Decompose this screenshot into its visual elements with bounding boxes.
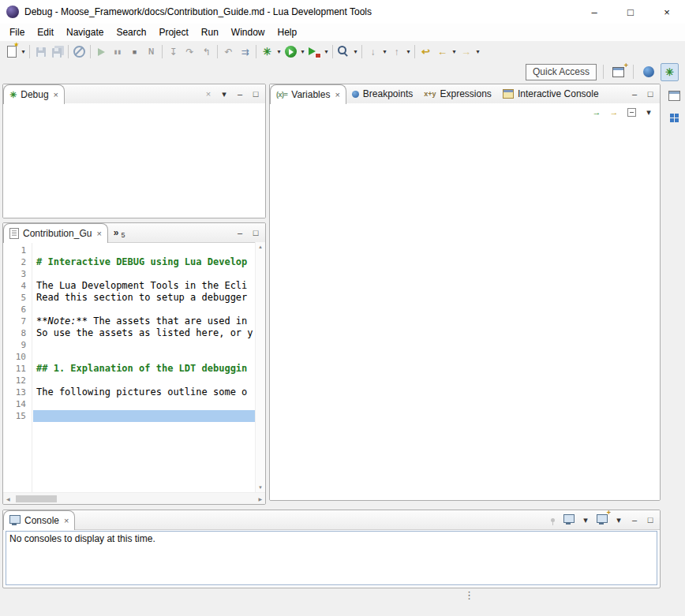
search-dropdown[interactable]: ▾ (352, 43, 359, 60)
scroll-up-icon[interactable]: ▲ (258, 245, 263, 249)
line-numbers: 1 2 3 4 5 6 7 8 9 10 11 12 13 14 15 (3, 242, 32, 492)
previous-annotation-button[interactable]: ↑ (388, 43, 405, 60)
tab-breakpoints[interactable]: Breakpoints (346, 84, 418, 103)
save-button[interactable] (32, 43, 49, 60)
drop-to-frame-button[interactable]: ↶ (220, 43, 237, 60)
display-selected-console-button[interactable] (563, 513, 575, 526)
maximize-button[interactable]: □ (646, 513, 655, 526)
tab-debug[interactable]: ✳ Debug × (3, 84, 65, 104)
minimize-button[interactable]: – (235, 88, 245, 100)
view-menu-button[interactable]: ▾ (219, 88, 229, 100)
run-dropdown[interactable]: ▾ (299, 43, 306, 60)
open-console-button[interactable] (597, 513, 608, 526)
previous-annotation-dropdown[interactable]: ▾ (405, 43, 412, 60)
ldt-perspective-button[interactable] (640, 64, 657, 80)
search-button[interactable] (335, 43, 352, 60)
minimize-button[interactable]: – (235, 226, 245, 239)
external-tools-dropdown[interactable]: ▾ (323, 43, 330, 60)
menu-search[interactable]: Search (110, 24, 152, 41)
debug-button[interactable]: ✳ (259, 43, 275, 60)
tab-expressions[interactable]: x+y Expressions (418, 84, 497, 103)
code-line (33, 339, 255, 351)
editor-horizontal-scrollbar[interactable]: ◀ ▶ (3, 492, 265, 504)
resume-button[interactable] (93, 43, 110, 60)
menu-edit[interactable]: Edit (31, 24, 60, 41)
pin-console-button[interactable] (548, 513, 557, 526)
window-maximize-button[interactable]: □ (612, 0, 649, 24)
forward-dropdown[interactable]: ▾ (474, 43, 481, 60)
code-area[interactable]: # Interactive DEBUG using Lua Develop Th… (33, 242, 255, 492)
forward-button[interactable]: → (458, 43, 474, 60)
remove-terminated-launches-button[interactable]: × (204, 88, 213, 100)
back-dropdown[interactable]: ▾ (451, 43, 458, 60)
editor-area: Contribution_Gu × »5 – □ 1 2 3 4 5 6 7 8… (2, 222, 266, 505)
close-icon[interactable]: × (335, 90, 339, 99)
right-tabbar: (x)= Variables × Breakpoints x+y Express… (270, 84, 660, 104)
maximize-button[interactable]: □ (251, 88, 260, 100)
next-annotation-button[interactable]: ↓ (365, 43, 381, 60)
window-close-button[interactable]: × (649, 0, 685, 24)
skip-all-breakpoints-button[interactable] (71, 43, 88, 60)
use-step-filters-button[interactable]: ⇉ (237, 43, 253, 60)
minimized-view-button-2[interactable] (666, 110, 682, 125)
minimize-button[interactable]: – (630, 88, 639, 100)
last-edit-location-button[interactable]: ↩ (417, 43, 434, 60)
menu-file[interactable]: File (3, 24, 31, 41)
tab-variables[interactable]: (x)= Variables × (270, 84, 346, 104)
menu-run[interactable]: Run (195, 24, 225, 41)
tab-interactive-console[interactable]: Interactive Console (497, 84, 605, 103)
menu-project[interactable]: Project (152, 24, 194, 41)
tab-console[interactable]: Console × (3, 510, 75, 530)
drag-handle[interactable]: ⋮ (464, 592, 474, 599)
save-all-button[interactable] (49, 43, 66, 60)
display-console-dropdown[interactable]: ▾ (581, 513, 590, 526)
tab-overflow-button[interactable]: »5 (108, 223, 131, 242)
step-return-button[interactable]: ↰ (198, 43, 215, 60)
scroll-right-icon[interactable]: ▶ (258, 496, 262, 502)
external-tools-button[interactable] (306, 43, 323, 60)
editor-body[interactable]: 1 2 3 4 5 6 7 8 9 10 11 12 13 14 15 # In… (3, 242, 265, 504)
new-button[interactable] (3, 43, 20, 60)
minimized-view-button-1[interactable] (666, 88, 682, 103)
minimize-button[interactable]: – (630, 513, 639, 526)
scrollbar-thumb[interactable] (16, 495, 57, 502)
suspend-button[interactable]: ▮▮ (110, 43, 126, 60)
debug-perspective-button[interactable]: ✳ (661, 63, 679, 81)
open-perspective-button[interactable] (610, 64, 627, 80)
tab-contribution-guide[interactable]: Contribution_Gu × (3, 223, 108, 243)
line-number: 7 (3, 315, 32, 327)
close-icon[interactable]: × (64, 516, 69, 525)
step-into-button[interactable]: ↧ (165, 43, 182, 60)
next-annotation-dropdown[interactable]: ▾ (381, 43, 388, 60)
main-toolbar: ▾ ▮▮ ■ N ↧ ↷ ↰ ↶ ⇉ ✳ ▾ ▾ ▾ ▾ ↓ ▾ ↑ ▾ ↩ ← (0, 41, 685, 62)
show-logical-structure-button[interactable]: → (592, 106, 601, 118)
code-line (33, 268, 255, 280)
back-button[interactable]: ← (434, 43, 451, 60)
close-icon[interactable]: × (96, 229, 101, 238)
back-icon: ← (437, 46, 447, 58)
run-button[interactable] (283, 43, 299, 60)
editor-vertical-scrollbar[interactable]: ▲ ▼ (255, 242, 265, 492)
line-number: 10 (3, 351, 32, 363)
menu-window[interactable]: Window (225, 24, 271, 41)
debug-dropdown[interactable]: ▾ (275, 43, 283, 60)
view-menu-button[interactable]: ▾ (644, 106, 653, 118)
code-line (33, 351, 255, 363)
maximize-button[interactable]: □ (251, 226, 260, 239)
scroll-down-icon[interactable]: ▼ (258, 485, 263, 490)
line-number: 4 (3, 280, 32, 292)
collapse-all-button[interactable] (627, 106, 636, 118)
scroll-left-icon[interactable]: ◀ (6, 496, 10, 502)
quick-access-input[interactable]: Quick Access (526, 64, 597, 80)
step-over-button[interactable]: ↷ (182, 43, 198, 60)
menu-navigate[interactable]: Navigate (60, 24, 110, 41)
open-console-dropdown[interactable]: ▾ (614, 513, 623, 526)
terminate-button[interactable]: ■ (126, 43, 143, 60)
window-minimize-button[interactable]: – (576, 0, 612, 24)
show-type-names-button[interactable]: → (609, 106, 619, 118)
menu-help[interactable]: Help (271, 24, 304, 41)
maximize-button[interactable]: □ (646, 88, 655, 100)
close-icon[interactable]: × (54, 90, 58, 99)
new-dropdown[interactable]: ▾ (20, 43, 27, 60)
disconnect-button[interactable]: N (143, 43, 159, 60)
